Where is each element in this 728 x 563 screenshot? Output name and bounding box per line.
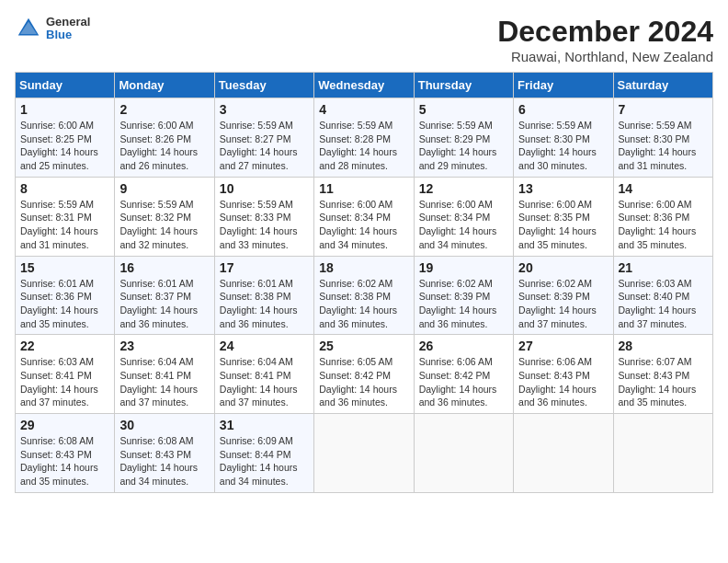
day-number: 29 [20, 418, 109, 432]
calendar-cell: 24 Sunrise: 6:04 AMSunset: 8:41 PMDaylig… [214, 335, 313, 414]
day-detail: Sunrise: 5:59 AMSunset: 8:27 PMDaylight:… [220, 120, 298, 171]
day-detail: Sunrise: 5:59 AMSunset: 8:28 PMDaylight:… [319, 120, 397, 171]
calendar-cell: 25 Sunrise: 6:05 AMSunset: 8:42 PMDaylig… [314, 335, 414, 414]
day-number: 22 [20, 339, 109, 353]
day-detail: Sunrise: 6:08 AMSunset: 8:43 PMDaylight:… [119, 435, 198, 487]
day-number: 28 [619, 339, 708, 353]
calendar-cell: 4 Sunrise: 5:59 AMSunset: 8:28 PMDayligh… [314, 98, 414, 178]
calendar-header-row: SundayMondayTuesdayWednesdayThursdayFrid… [16, 73, 713, 98]
day-detail: Sunrise: 6:06 AMSunset: 8:42 PMDaylight:… [419, 356, 497, 408]
calendar-cell [414, 414, 513, 493]
day-number: 6 [518, 102, 608, 117]
day-detail: Sunrise: 6:02 AMSunset: 8:39 PMDaylight:… [419, 278, 497, 329]
day-number: 13 [518, 181, 608, 196]
day-number: 25 [319, 339, 408, 353]
calendar-cell: 17 Sunrise: 6:01 AMSunset: 8:38 PMDaylig… [214, 256, 313, 335]
weekday-header: Thursday [414, 73, 513, 98]
calendar-cell: 27 Sunrise: 6:06 AMSunset: 8:43 PMDaylig… [514, 335, 613, 414]
page-header: General Blue December 2024 Ruawai, North… [15, 15, 713, 64]
weekday-header: Tuesday [214, 73, 313, 98]
day-number: 1 [20, 102, 109, 117]
day-number: 23 [119, 339, 209, 353]
day-number: 12 [419, 181, 508, 196]
calendar-week-row: 1 Sunrise: 6:00 AMSunset: 8:25 PMDayligh… [16, 98, 713, 178]
calendar-body: 1 Sunrise: 6:00 AMSunset: 8:25 PMDayligh… [16, 98, 713, 493]
logo: General Blue [15, 15, 90, 42]
day-detail: Sunrise: 6:09 AMSunset: 8:44 PMDaylight:… [220, 435, 298, 487]
day-detail: Sunrise: 6:00 AMSunset: 8:25 PMDaylight:… [20, 120, 98, 171]
calendar-table: SundayMondayTuesdayWednesdayThursdayFrid… [15, 72, 713, 493]
calendar-cell [514, 414, 613, 493]
calendar-cell: 6 Sunrise: 5:59 AMSunset: 8:30 PMDayligh… [514, 98, 613, 178]
day-number: 26 [419, 339, 508, 353]
day-number: 11 [319, 181, 408, 196]
logo-icon [15, 15, 42, 42]
calendar-cell: 12 Sunrise: 6:00 AMSunset: 8:34 PMDaylig… [414, 177, 513, 256]
calendar-cell: 22 Sunrise: 6:03 AMSunset: 8:41 PMDaylig… [16, 335, 115, 414]
logo-text: General Blue [46, 16, 90, 42]
day-number: 10 [220, 181, 309, 196]
day-number: 24 [220, 339, 309, 353]
day-number: 15 [20, 260, 109, 275]
day-detail: Sunrise: 6:01 AMSunset: 8:36 PMDaylight:… [20, 278, 98, 329]
calendar-cell: 3 Sunrise: 5:59 AMSunset: 8:27 PMDayligh… [214, 98, 313, 178]
calendar-cell [314, 414, 414, 493]
day-detail: Sunrise: 6:04 AMSunset: 8:41 PMDaylight:… [220, 356, 298, 408]
weekday-header: Saturday [613, 73, 712, 98]
day-detail: Sunrise: 6:02 AMSunset: 8:39 PMDaylight:… [518, 278, 597, 329]
calendar-cell: 10 Sunrise: 5:59 AMSunset: 8:33 PMDaylig… [214, 177, 313, 256]
day-detail: Sunrise: 6:00 AMSunset: 8:26 PMDaylight:… [119, 120, 198, 171]
weekday-header: Monday [115, 73, 214, 98]
calendar-cell: 13 Sunrise: 6:00 AMSunset: 8:35 PMDaylig… [514, 177, 613, 256]
day-number: 19 [419, 260, 508, 275]
day-number: 14 [619, 181, 708, 196]
calendar-cell: 7 Sunrise: 5:59 AMSunset: 8:30 PMDayligh… [613, 98, 712, 178]
calendar-cell: 21 Sunrise: 6:03 AMSunset: 8:40 PMDaylig… [613, 256, 712, 335]
title-block: December 2024 Ruawai, Northland, New Zea… [497, 15, 713, 64]
day-number: 16 [119, 260, 209, 275]
day-number: 8 [20, 181, 109, 196]
calendar-cell: 18 Sunrise: 6:02 AMSunset: 8:38 PMDaylig… [314, 256, 414, 335]
calendar-cell: 19 Sunrise: 6:02 AMSunset: 8:39 PMDaylig… [414, 256, 513, 335]
calendar-cell: 15 Sunrise: 6:01 AMSunset: 8:36 PMDaylig… [16, 256, 115, 335]
day-detail: Sunrise: 6:06 AMSunset: 8:43 PMDaylight:… [518, 356, 597, 408]
day-detail: Sunrise: 6:01 AMSunset: 8:38 PMDaylight:… [220, 278, 298, 329]
calendar-week-row: 29 Sunrise: 6:08 AMSunset: 8:43 PMDaylig… [16, 414, 713, 493]
calendar-week-row: 15 Sunrise: 6:01 AMSunset: 8:36 PMDaylig… [16, 256, 713, 335]
day-number: 2 [119, 102, 209, 117]
calendar-subtitle: Ruawai, Northland, New Zealand [497, 49, 713, 64]
day-number: 21 [619, 260, 708, 275]
calendar-cell: 29 Sunrise: 6:08 AMSunset: 8:43 PMDaylig… [16, 414, 115, 493]
day-detail: Sunrise: 5:59 AMSunset: 8:29 PMDaylight:… [419, 120, 497, 171]
day-number: 3 [220, 102, 309, 117]
calendar-cell: 30 Sunrise: 6:08 AMSunset: 8:43 PMDaylig… [115, 414, 214, 493]
calendar-title: December 2024 [497, 15, 713, 49]
weekday-header: Sunday [16, 73, 115, 98]
weekday-header: Friday [514, 73, 613, 98]
day-detail: Sunrise: 6:00 AMSunset: 8:35 PMDaylight:… [518, 199, 597, 250]
day-detail: Sunrise: 6:00 AMSunset: 8:34 PMDaylight:… [319, 199, 397, 250]
calendar-cell: 16 Sunrise: 6:01 AMSunset: 8:37 PMDaylig… [115, 256, 214, 335]
day-number: 17 [220, 260, 309, 275]
calendar-cell: 9 Sunrise: 5:59 AMSunset: 8:32 PMDayligh… [115, 177, 214, 256]
calendar-cell: 23 Sunrise: 6:04 AMSunset: 8:41 PMDaylig… [115, 335, 214, 414]
calendar-cell [613, 414, 712, 493]
calendar-cell: 1 Sunrise: 6:00 AMSunset: 8:25 PMDayligh… [16, 98, 115, 178]
day-detail: Sunrise: 5:59 AMSunset: 8:31 PMDaylight:… [20, 199, 98, 250]
day-number: 31 [220, 418, 309, 432]
day-number: 18 [319, 260, 408, 275]
day-number: 30 [119, 418, 209, 432]
day-detail: Sunrise: 6:08 AMSunset: 8:43 PMDaylight:… [20, 435, 98, 487]
day-detail: Sunrise: 6:01 AMSunset: 8:37 PMDaylight:… [119, 278, 198, 329]
day-number: 4 [319, 102, 408, 117]
logo-blue: Blue [46, 29, 90, 41]
day-detail: Sunrise: 6:07 AMSunset: 8:43 PMDaylight:… [619, 356, 697, 408]
day-number: 5 [419, 102, 508, 117]
day-detail: Sunrise: 6:04 AMSunset: 8:41 PMDaylight:… [119, 356, 198, 408]
logo-general: General [46, 16, 90, 29]
calendar-cell: 20 Sunrise: 6:02 AMSunset: 8:39 PMDaylig… [514, 256, 613, 335]
day-detail: Sunrise: 5:59 AMSunset: 8:30 PMDaylight:… [619, 120, 697, 171]
calendar-cell: 14 Sunrise: 6:00 AMSunset: 8:36 PMDaylig… [613, 177, 712, 256]
day-detail: Sunrise: 5:59 AMSunset: 8:33 PMDaylight:… [220, 199, 298, 250]
calendar-cell: 31 Sunrise: 6:09 AMSunset: 8:44 PMDaylig… [214, 414, 313, 493]
